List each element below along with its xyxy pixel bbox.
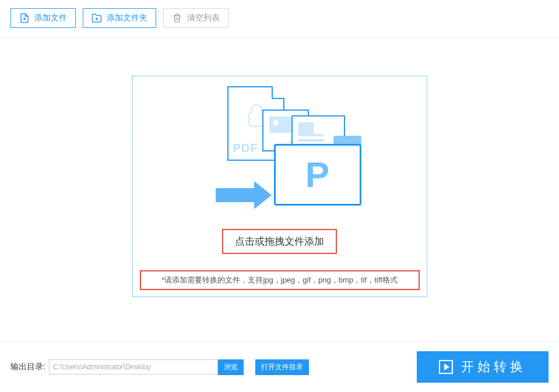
add-folder-label: 添加文件夹 (107, 13, 147, 23)
arrow-icon (216, 188, 255, 202)
add-file-button[interactable]: 添加文件 (10, 8, 76, 28)
open-dir-button[interactable]: 打开文件目录 (255, 359, 309, 375)
output-path-input[interactable] (49, 359, 218, 375)
browse-button[interactable]: 浏览 (218, 359, 244, 375)
footer-bar: 输出目录: 浏览 打开文件目录 开始转换 (0, 341, 559, 392)
clear-list-label: 清空列表 (187, 13, 220, 23)
illustration: PDF P (198, 83, 361, 217)
output-label: 输出目录: (10, 362, 45, 372)
add-folder-button[interactable]: 添加文件夹 (83, 8, 156, 28)
start-label: 开始转换 (461, 358, 526, 376)
add-file-icon (19, 13, 30, 23)
drop-zone[interactable]: PDF P 点击或拖拽文件添加 *请添加需要转换的文件，支持jpg，jpeg，g… (132, 76, 427, 297)
play-icon (439, 360, 453, 374)
toolbar: 添加文件 添加文件夹 清空列表 (0, 0, 559, 36)
drop-hint: *请添加需要转换的文件，支持jpg，jpeg，gif，png，bmp，tif，t… (140, 270, 420, 290)
add-folder-icon (92, 13, 102, 23)
folder-icon: P (274, 136, 361, 206)
start-convert-button[interactable]: 开始转换 (417, 351, 549, 383)
drop-label: 点击或拖拽文件添加 (222, 229, 337, 254)
divider (0, 37, 559, 38)
pdf-text: PDF (233, 142, 258, 155)
clear-list-button[interactable]: 清空列表 (163, 8, 228, 28)
trash-icon (172, 13, 182, 23)
add-file-label: 添加文件 (34, 13, 67, 23)
